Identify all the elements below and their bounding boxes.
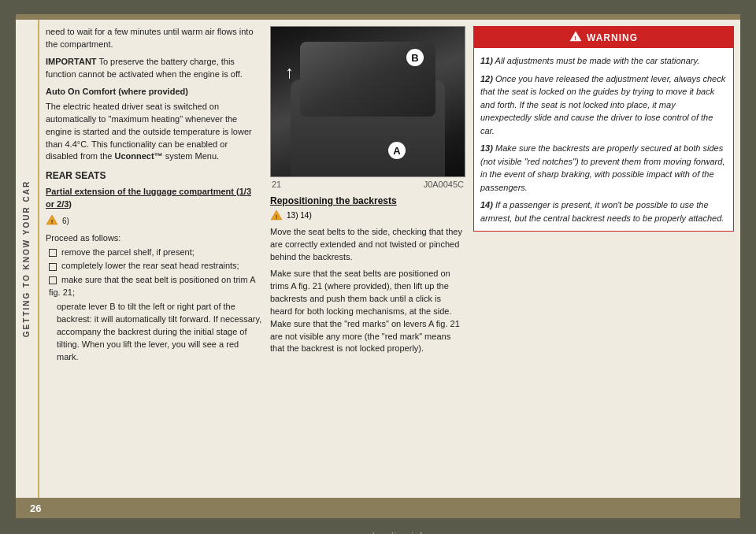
important-block: IMPORTANT To preserve the battery charge… bbox=[46, 56, 262, 81]
warning-header-triangle: ! bbox=[569, 31, 582, 44]
important-label: IMPORTANT bbox=[46, 57, 97, 66]
left-column: need to wait for a few minutes until war… bbox=[46, 26, 262, 493]
reposition-refs: 13) 14) bbox=[287, 211, 312, 220]
arrow-indicator: ↑ bbox=[285, 62, 294, 83]
svg-text:!: ! bbox=[574, 35, 577, 42]
step1: remove the parcel shelf, if present; bbox=[46, 247, 262, 259]
step4: operate lever B to tilt the left or righ… bbox=[46, 301, 262, 364]
warning-ref: 6) bbox=[62, 217, 69, 225]
repositioning-section: Repositioning the backrests ! 13) 14) Mo… bbox=[270, 195, 465, 355]
reposition-text2: Make sure that the seat belts are positi… bbox=[270, 268, 465, 356]
warning-11-text: All adjustments must be made with the ca… bbox=[495, 56, 700, 65]
svg-text:!: ! bbox=[51, 217, 54, 224]
uconnect-brand: Uconnect™ bbox=[114, 151, 162, 161]
label-a: A bbox=[388, 142, 406, 159]
warning-12: 12) Once you have released the adjustmen… bbox=[480, 72, 727, 138]
warning-13-text: Make sure the backrests are properly sec… bbox=[480, 143, 724, 192]
reposition-text1: Move the seat belts to the side, checkin… bbox=[270, 226, 465, 264]
warning-11: 11) All adjustments must be made with th… bbox=[480, 54, 727, 68]
warning-header: ! WARNING bbox=[474, 27, 733, 48]
sidebar-label: GETTING TO KNOW YOUR CAR bbox=[23, 180, 32, 337]
figure-code: J0A0045C bbox=[424, 180, 464, 189]
proceed-text: Proceed as follows: bbox=[46, 232, 262, 245]
right-column: ! WARNING 11) All adjustments must be ma… bbox=[473, 26, 734, 493]
warning-12-text: Once you have released the adjustment le… bbox=[480, 74, 725, 135]
figure-number: 21 bbox=[272, 180, 281, 189]
car-figure: ↑ B A bbox=[270, 26, 465, 177]
warning-ref-block: ! 6) bbox=[46, 214, 262, 229]
auto-on-heading: Auto On Comfort (where provided) bbox=[46, 86, 262, 98]
page-footer: 26 bbox=[16, 498, 740, 518]
reposition-warn: ! 13) 14) bbox=[270, 210, 465, 222]
warn-triangle-icon: ! bbox=[46, 214, 58, 229]
svg-text:!: ! bbox=[276, 213, 278, 221]
sidebar: GETTING TO KNOW YOUR CAR bbox=[16, 20, 39, 498]
step2: completely lower the rear seat head rest… bbox=[46, 260, 262, 273]
warning-box: ! WARNING 11) All adjustments must be ma… bbox=[473, 26, 734, 232]
warning-content: 11) All adjustments must be made with th… bbox=[474, 48, 733, 231]
rear-seats-heading: REAR SEATS bbox=[46, 169, 262, 183]
warning-13: 13) Make sure the backrests are properly… bbox=[480, 142, 727, 194]
warning-14: 14) If a passenger is present, it won't … bbox=[480, 198, 727, 224]
figure-caption: 21 J0A0045C bbox=[270, 180, 465, 189]
partial-heading: Partial extension of the luggage compart… bbox=[46, 186, 262, 211]
watermark: carmanualsonline.info bbox=[328, 531, 428, 534]
step3: make sure that the seat belt is position… bbox=[46, 274, 262, 299]
page-number: 26 bbox=[30, 502, 41, 514]
intro-text: need to wait for a few minutes until war… bbox=[46, 26, 262, 51]
warn-triangle-icon-2: ! bbox=[270, 210, 283, 222]
repositioning-heading: Repositioning the backrests bbox=[270, 195, 465, 206]
warning-14-text: If a passenger is present, it won't be p… bbox=[480, 200, 724, 223]
label-b: B bbox=[406, 49, 424, 66]
auto-on-text: The electric heated driver seat is switc… bbox=[46, 101, 262, 164]
center-column: ↑ B A 21 J0A0045C Repositi bbox=[270, 26, 465, 493]
